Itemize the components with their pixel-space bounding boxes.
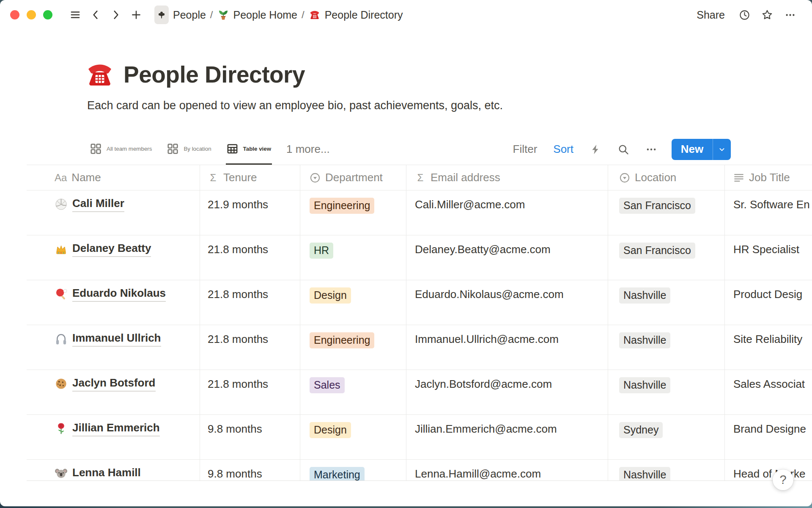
filter-button[interactable]: Filter	[511, 142, 539, 157]
department-cell[interactable]: Design	[300, 280, 406, 325]
location-cell[interactable]: San Francisco	[608, 235, 725, 280]
new-page-button[interactable]	[128, 6, 145, 23]
column-header-location[interactable]: Location	[608, 165, 725, 190]
minimize-window-button[interactable]	[27, 10, 36, 19]
person-page-link[interactable]: Lenna Hamill	[55, 466, 141, 481]
column-header-department[interactable]: Department	[300, 165, 406, 190]
email-cell[interactable]: Delaney.Beatty@acme.com	[406, 235, 608, 280]
tenure-cell[interactable]: 9.8 months	[200, 460, 300, 481]
email-cell[interactable]: Eduardo.Nikolaus@acme.com	[406, 280, 608, 325]
location-tag: Sydney	[619, 422, 663, 438]
sort-button[interactable]: Sort	[551, 142, 575, 157]
name-cell[interactable]: Delaney Beatty	[27, 235, 200, 280]
job-title-cell[interactable]: Head of Marke	[725, 460, 812, 481]
department-cell[interactable]: Design	[300, 415, 406, 459]
new-button[interactable]: New	[672, 139, 731, 160]
location-cell[interactable]: Nashville	[608, 325, 725, 370]
person-page-link[interactable]: Cali Miller	[55, 196, 124, 212]
department-cell[interactable]: Engineering	[300, 190, 406, 235]
tenure-cell[interactable]: 21.9 months	[200, 190, 300, 235]
person-emoji-icon	[55, 332, 68, 345]
table-body: Cali Miller 21.9 months Engineering Cali…	[27, 190, 812, 481]
location-cell[interactable]: San Francisco	[608, 190, 725, 235]
column-header-tenure[interactable]: Σ Tenure	[200, 165, 300, 190]
sidebar-toggle-button[interactable]	[67, 6, 84, 23]
automations-button[interactable]	[588, 142, 603, 157]
person-page-link[interactable]: Jaclyn Botsford	[55, 376, 156, 392]
location-cell[interactable]: Nashville	[608, 370, 725, 414]
tenure-cell[interactable]: 21.8 months	[200, 370, 300, 414]
department-cell[interactable]: Marketing	[300, 460, 406, 481]
job-title-cell[interactable]: Sr. Software En	[725, 190, 812, 235]
more-views-button[interactable]: 1 more...	[285, 134, 331, 165]
table-row: Delaney Beatty 21.8 months HR Delaney.Be…	[27, 235, 812, 280]
email-cell[interactable]: Lenna.Hamill@acme.com	[406, 460, 608, 481]
column-header-email[interactable]: Σ Email address	[406, 165, 608, 190]
column-header-job-title[interactable]: Job Title	[725, 165, 812, 190]
email-cell[interactable]: Immanuel.Ullrich@acme.com	[406, 325, 608, 370]
job-title-cell[interactable]: Brand Designe	[725, 415, 812, 459]
star-icon	[761, 9, 773, 21]
name-cell[interactable]: Cali Miller	[27, 190, 200, 235]
department-tag: Marketing	[310, 467, 365, 481]
page-description[interactable]: Each card can be opened to view an emplo…	[87, 99, 503, 112]
person-page-link[interactable]: Jillian Emmerich	[55, 421, 160, 436]
favorite-button[interactable]	[758, 6, 776, 23]
job-title-cell[interactable]: Sales Associat	[725, 370, 812, 414]
job-title-cell[interactable]: Product Desig	[725, 280, 812, 325]
job-title-cell[interactable]: HR Specialist	[725, 235, 812, 280]
breadcrumb-people-directory[interactable]: People Directory	[305, 7, 407, 23]
table-row: Jillian Emmerich 9.8 months Design Jilli…	[27, 415, 812, 460]
tenure-cell[interactable]: 21.8 months	[200, 235, 300, 280]
bolt-icon	[590, 144, 601, 155]
breadcrumb-people-home[interactable]: People Home	[214, 7, 301, 23]
view-options-button[interactable]	[644, 142, 659, 157]
column-label: Location	[635, 171, 676, 185]
location-cell[interactable]: Nashville	[608, 460, 725, 481]
tenure-cell[interactable]: 9.8 months	[200, 415, 300, 459]
tab-all-team-members[interactable]: All team members	[89, 134, 153, 165]
help-button[interactable]: ?	[773, 469, 793, 490]
name-cell[interactable]: Jillian Emmerich	[27, 415, 200, 459]
name-cell[interactable]: Lenna Hamill	[27, 460, 200, 481]
new-dropdown-button[interactable]	[713, 139, 731, 160]
table-row: Eduardo Nikolaus 21.8 months Design Edua…	[27, 280, 812, 325]
close-window-button[interactable]	[10, 10, 19, 19]
email-cell[interactable]: Jillian.Emmerich@acme.com	[406, 415, 608, 459]
name-cell[interactable]: Eduardo Nikolaus	[27, 280, 200, 325]
breadcrumb-separator: /	[210, 9, 213, 21]
department-cell[interactable]: HR	[300, 235, 406, 280]
breadcrumb-people[interactable]: People	[151, 3, 210, 26]
tab-by-location[interactable]: By location	[166, 134, 212, 165]
tenure-cell[interactable]: 21.8 months	[200, 280, 300, 325]
window-controls	[10, 10, 52, 19]
page-telephone-icon[interactable]	[85, 59, 115, 90]
breadcrumb-label: People	[173, 9, 206, 21]
name-cell[interactable]: Jaclyn Botsford	[27, 370, 200, 414]
job-title-cell[interactable]: Site Reliability	[725, 325, 812, 370]
person-page-link[interactable]: Delaney Beatty	[55, 241, 151, 257]
location-cell[interactable]: Sydney	[608, 415, 725, 459]
search-button[interactable]	[616, 142, 631, 157]
formula-property-icon: Σ	[415, 172, 426, 183]
updates-button[interactable]	[735, 6, 754, 23]
new-button-label[interactable]: New	[672, 139, 713, 160]
back-button[interactable]	[87, 6, 104, 23]
person-page-link[interactable]: Eduardo Nikolaus	[55, 286, 166, 302]
email-cell[interactable]: Jaclyn.Botsford@acme.com	[406, 370, 608, 414]
person-page-link[interactable]: Immanuel Ullrich	[55, 331, 161, 347]
location-cell[interactable]: Nashville	[608, 280, 725, 325]
tenure-cell[interactable]: 21.8 months	[200, 325, 300, 370]
department-cell[interactable]: Sales	[300, 370, 406, 414]
share-button[interactable]: Share	[691, 6, 731, 24]
more-options-button[interactable]	[781, 6, 799, 23]
topbar-actions: Share	[691, 6, 799, 24]
department-cell[interactable]: Engineering	[300, 325, 406, 370]
name-cell[interactable]: Immanuel Ullrich	[27, 325, 200, 370]
email-cell[interactable]: Cali.Miller@acme.com	[406, 190, 608, 235]
tab-table-view[interactable]: Table view	[226, 134, 272, 165]
zoom-window-button[interactable]	[43, 10, 52, 19]
page-title[interactable]: People Directory	[123, 61, 305, 88]
forward-button[interactable]	[107, 6, 124, 23]
column-header-name[interactable]: Aa Name	[27, 165, 200, 190]
